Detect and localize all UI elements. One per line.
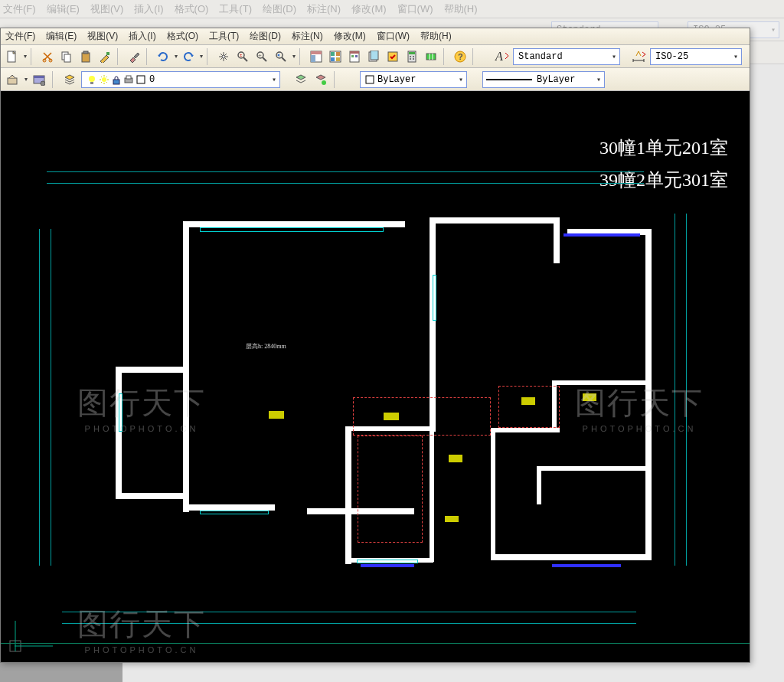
color-combo[interactable]: ByLayer: [360, 71, 467, 88]
calc-icon[interactable]: [403, 48, 420, 65]
lock-icon: [111, 74, 122, 85]
layer-manager-icon[interactable]: [61, 71, 78, 88]
hidden-line: [358, 436, 423, 543]
match-prop-icon[interactable]: [96, 48, 113, 65]
drawing-canvas[interactable]: 30幢1单元201室 39幢2单元301室: [1, 91, 750, 662]
fixture: [449, 455, 462, 462]
text-style-icon[interactable]: A: [494, 48, 511, 65]
menu-tools[interactable]: 工具(T): [209, 30, 239, 43]
layer-prev-dropdown[interactable]: ▾: [24, 76, 28, 83]
properties-icon[interactable]: [308, 48, 325, 65]
copy-icon[interactable]: [58, 48, 75, 65]
layer-iso-icon[interactable]: [312, 71, 329, 88]
markup-icon[interactable]: [384, 48, 401, 65]
undo-dropdown[interactable]: ▾: [175, 53, 178, 60]
wall: [537, 466, 648, 471]
window: [200, 227, 384, 232]
menubar: 文件(F) 编辑(E) 视图(V) 插入(I) 格式(O) 工具(T) 绘图(D…: [1, 28, 750, 45]
linetype-combo[interactable]: ByLayer: [482, 71, 605, 88]
ghost-menubar: 文件(F)编辑(E)视图(V)插入(I)格式(O)工具(T)绘图(D)标注(N)…: [0, 0, 784, 18]
svg-rect-41: [34, 76, 44, 78]
brush-icon[interactable]: [126, 48, 142, 65]
window: [357, 560, 418, 563]
fixture: [583, 393, 596, 401]
sun-icon: [99, 74, 109, 85]
dim-line-bot-2: [62, 623, 636, 624]
design-center-icon[interactable]: [327, 48, 344, 65]
hidden-line: [353, 397, 491, 436]
cut-icon[interactable]: [39, 48, 56, 65]
undo-icon[interactable]: [155, 48, 172, 65]
dim-line-left-2: [51, 229, 51, 566]
svg-rect-19: [336, 52, 340, 56]
svg-rect-23: [350, 51, 359, 54]
wall: [116, 367, 188, 373]
sheet-set-icon[interactable]: [365, 48, 382, 65]
svg-rect-15: [311, 51, 322, 54]
layer-combo[interactable]: 0: [81, 71, 280, 88]
svg-rect-30: [409, 52, 415, 54]
menu-dimension[interactable]: 标注(N): [292, 30, 323, 43]
paste-icon[interactable]: [77, 48, 94, 65]
text-style-combo[interactable]: Standard: [513, 48, 620, 65]
standard-toolbar: ▾ ▾ ▾ ± + ▾ ? A Standard ISO-25: [1, 45, 750, 68]
dim-line-bot: [62, 612, 636, 612]
svg-rect-39: [8, 78, 17, 84]
plot-icon: [123, 74, 134, 85]
block-editor-icon[interactable]: [423, 48, 439, 65]
wall: [491, 554, 652, 560]
svg-rect-49: [137, 76, 145, 83]
window: [200, 511, 269, 514]
new-icon[interactable]: [4, 48, 21, 65]
layer-toolbar: ▾ 0 ByLayer ByLayer: [1, 68, 750, 91]
menu-insert[interactable]: 插入(I): [129, 30, 155, 43]
pan-icon[interactable]: [215, 48, 232, 65]
beam: [361, 564, 414, 567]
zoom-window-icon[interactable]: +: [253, 48, 270, 65]
dim-style-icon[interactable]: [631, 48, 648, 65]
layer-props-icon[interactable]: [31, 71, 47, 88]
menu-format[interactable]: 格式(O): [167, 30, 198, 43]
redo-icon[interactable]: [180, 48, 197, 65]
svg-point-45: [102, 77, 106, 82]
hidden-line: [498, 386, 560, 428]
menu-edit[interactable]: 编辑(E): [46, 30, 77, 43]
svg-point-42: [41, 81, 45, 86]
fixture: [384, 413, 399, 420]
zoom-realtime-icon[interactable]: ±: [234, 48, 251, 65]
fixture: [269, 411, 284, 419]
menu-file[interactable]: 文件(F): [5, 30, 35, 43]
svg-point-33: [410, 58, 411, 60]
window: [119, 393, 122, 432]
svg-point-31: [410, 56, 411, 57]
svg-rect-48: [126, 76, 131, 79]
menu-modify[interactable]: 修改(M): [334, 30, 366, 43]
zoom-dropdown[interactable]: ▾: [292, 53, 296, 60]
wall: [554, 217, 560, 263]
help-icon[interactable]: ?: [452, 48, 469, 65]
ucs-icon: [7, 618, 53, 656]
menu-draw[interactable]: 绘图(D): [250, 30, 281, 43]
new-dropdown[interactable]: ▾: [24, 53, 27, 60]
wall: [645, 229, 652, 558]
wall: [345, 426, 351, 564]
menu-help[interactable]: 帮助(H): [420, 30, 452, 43]
dim-style-combo[interactable]: ISO-25: [650, 48, 742, 65]
bulb-icon: [87, 74, 97, 85]
zoom-prev-icon[interactable]: [273, 48, 289, 65]
svg-rect-7: [106, 52, 109, 55]
menu-window[interactable]: 窗口(W): [377, 30, 410, 43]
layer-prev-icon[interactable]: [4, 71, 21, 88]
dim-line-top: [47, 171, 644, 172]
wall: [491, 429, 495, 560]
svg-point-43: [89, 76, 95, 82]
svg-rect-24: [351, 55, 354, 57]
wall: [183, 221, 405, 227]
redo-dropdown[interactable]: ▾: [200, 53, 203, 60]
axis-line-h: [1, 643, 750, 644]
layer-states-icon[interactable]: [292, 71, 309, 88]
tool-palette-icon[interactable]: [346, 48, 363, 65]
svg-text:?: ?: [458, 52, 463, 61]
menu-view[interactable]: 视图(V): [87, 30, 118, 43]
svg-rect-51: [366, 76, 374, 83]
